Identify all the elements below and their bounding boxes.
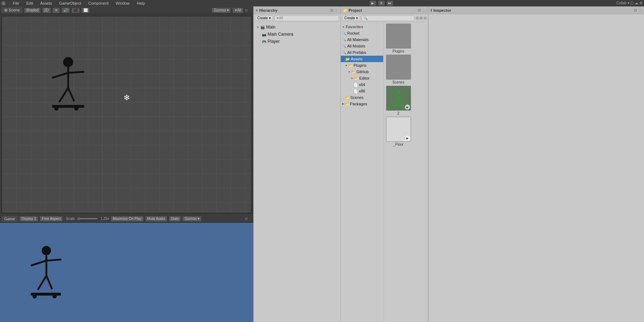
hierarchy-main-camera[interactable]: 📷 Main Camera bbox=[254, 31, 340, 38]
hierarchy-header: ≡ Hierarchy ⊟ ⋮ bbox=[254, 6, 340, 14]
fav-all-materials[interactable]: 🔍 All Materials bbox=[341, 36, 383, 43]
mute-btn[interactable]: Mute Audio bbox=[145, 216, 167, 222]
game-figure-svg bbox=[29, 241, 68, 308]
aspect-btn[interactable]: Free Aspect bbox=[40, 216, 63, 222]
pause-button[interactable]: ⏸ bbox=[378, 0, 385, 6]
asset-plugins[interactable]: Plugins bbox=[385, 24, 412, 53]
hierarchy-icon: ≡ bbox=[256, 8, 258, 12]
maximize-btn[interactable]: Maximize On Play bbox=[111, 216, 144, 222]
fav-materials-icon: 🔍 bbox=[342, 38, 346, 41]
more-icon: ⋮ bbox=[248, 8, 252, 12]
main-layout: ⊞ Scene Shaded 2D ☀ 🔊 ⬛ ⬜ Gizmos ▾ ✦All … bbox=[0, 6, 644, 322]
svg-point-8 bbox=[74, 106, 78, 111]
effects-btn[interactable]: ⬛ bbox=[71, 7, 80, 13]
editor-label: Editor bbox=[359, 76, 370, 80]
asset-floor[interactable]: ▶ _Floor bbox=[385, 117, 412, 146]
scene-tab[interactable]: ⊞ Scene bbox=[1, 7, 22, 13]
svg-point-10 bbox=[42, 246, 51, 255]
scene-figure-svg bbox=[49, 52, 91, 124]
display-btn[interactable]: Display 1 bbox=[19, 216, 38, 222]
scenes-asset-label: Scenes bbox=[392, 80, 404, 84]
fav-rocket-icon: 🔍 bbox=[342, 31, 346, 35]
lighting-btn[interactable]: ☀ bbox=[52, 7, 60, 13]
game-gizmos-btn[interactable]: Gizmos ▾ bbox=[182, 216, 202, 222]
fav-all-prefabs[interactable]: 🔍 All Prefabs bbox=[341, 49, 383, 56]
asset-scenes[interactable]: Scenes bbox=[385, 55, 412, 84]
packages-folder-icon: 📂 bbox=[345, 102, 349, 106]
sprite-2-svg bbox=[390, 89, 407, 107]
project-lock: ⊟ bbox=[418, 8, 421, 12]
step-button[interactable]: ⏭ bbox=[386, 0, 394, 6]
tree-plugins[interactable]: ▼ 📂 Plugins bbox=[341, 62, 383, 69]
tree-x86[interactable]: 📄 x86 bbox=[341, 88, 383, 94]
tree-scenes[interactable]: 📂 Scenes bbox=[341, 94, 383, 101]
camera-icon: 📷 bbox=[262, 32, 266, 36]
tree-editor[interactable]: ▼ 📂 Editor bbox=[341, 75, 383, 81]
inspector-header-controls: ⊟ ⋮ bbox=[634, 8, 642, 12]
github-arrow: ▼ bbox=[348, 71, 350, 73]
floor-play-icon: ▶ bbox=[405, 136, 410, 141]
game-canvas bbox=[0, 223, 253, 322]
svg-line-24 bbox=[399, 101, 401, 105]
hierarchy-main[interactable]: ▼ 🎬 Main bbox=[254, 24, 340, 31]
menu-file[interactable]: File bbox=[11, 1, 21, 5]
tree-packages[interactable]: ▶ 📂 Packages bbox=[341, 101, 383, 107]
game-tab[interactable]: Game bbox=[1, 216, 18, 222]
sprite-2-label: 2 bbox=[397, 111, 400, 115]
svg-line-3 bbox=[68, 72, 84, 73]
asset-sprite-2[interactable]: ▶ 2 bbox=[385, 86, 412, 115]
top-right-controls: Collab ▾ ⓘ ☁ ⚙ bbox=[617, 1, 643, 6]
tree-github[interactable]: ▼ 📂 GitHub bbox=[341, 69, 383, 75]
play-button[interactable]: ▶ bbox=[369, 0, 376, 6]
hierarchy-title: Hierarchy bbox=[259, 8, 278, 12]
2d-btn[interactable]: 2D bbox=[42, 7, 51, 13]
inspector-icon: ℹ bbox=[431, 8, 432, 12]
game-view: Game Display 1 Free Aspect Scale ⊟━━━━━━… bbox=[0, 215, 253, 322]
svg-point-7 bbox=[54, 106, 59, 111]
project-more: ⋮ bbox=[422, 8, 426, 12]
plugins-label: Plugins bbox=[354, 63, 366, 67]
project-create-btn[interactable]: Create ▾ bbox=[342, 15, 360, 21]
menu-edit[interactable]: Edit bbox=[25, 1, 35, 5]
menu-gameobject[interactable]: GameObject bbox=[58, 1, 83, 5]
hierarchy-create-btn[interactable]: Create ▾ bbox=[255, 15, 273, 21]
tree-assets[interactable]: ▼ 📂 Assets bbox=[341, 56, 383, 62]
menu-window[interactable]: Window bbox=[114, 1, 131, 5]
plugins-folder-shape bbox=[390, 30, 407, 42]
filter-btn[interactable]: ✦All bbox=[232, 7, 243, 13]
hierarchy-player-label: Player bbox=[268, 39, 280, 44]
hidden-btn[interactable]: ⬜ bbox=[81, 7, 90, 13]
scene-tab-icon: ⊞ bbox=[4, 8, 7, 12]
scale-label: Scale bbox=[66, 217, 75, 221]
menu-component[interactable]: Component bbox=[87, 1, 110, 5]
inspector-content bbox=[429, 14, 644, 322]
scale-slider[interactable]: ⊟━━━━━━━━ bbox=[77, 217, 97, 221]
fav-all-models[interactable]: 🔍 All Models bbox=[341, 43, 383, 49]
project-panel: 📁 Project ⊟ ⋮ Create ▾ ⊟ ⊞ ⊟ ▼ Favorites… bbox=[341, 6, 428, 322]
svg-line-12 bbox=[31, 261, 46, 266]
game-figure bbox=[29, 241, 68, 310]
stats-btn[interactable]: Stats bbox=[169, 216, 181, 222]
svg-line-2 bbox=[52, 73, 68, 78]
menu-help[interactable]: Help bbox=[135, 1, 146, 5]
audio-btn[interactable]: 🔊 bbox=[61, 7, 70, 13]
svg-line-23 bbox=[396, 101, 399, 105]
project-search[interactable] bbox=[361, 15, 415, 21]
game-lock-icon: ⊟ bbox=[245, 217, 248, 221]
favorites-label: Favorites bbox=[346, 25, 363, 29]
hierarchy-player[interactable]: 🎮 Player bbox=[254, 38, 340, 45]
fav-rocket[interactable]: 🔍 Rocket bbox=[341, 30, 383, 36]
hierarchy-search[interactable] bbox=[274, 15, 339, 21]
hierarchy-toolbar: Create ▾ bbox=[254, 14, 340, 22]
account-info: Collab ▾ ⓘ ☁ ⚙ bbox=[617, 1, 643, 6]
hierarchy-camera-label: Main Camera bbox=[268, 32, 293, 37]
sprite-2-thumb: ▶ bbox=[386, 86, 411, 111]
assets-folder-icon: 📂 bbox=[345, 57, 350, 61]
shading-mode-btn[interactable]: Shaded bbox=[24, 7, 40, 13]
top-menubar: ⊞ File Edit Assets GameObject Component … bbox=[0, 0, 644, 6]
menu-assets[interactable]: Assets bbox=[39, 1, 54, 5]
scene-canvas: ❄ bbox=[1, 16, 252, 213]
svg-line-13 bbox=[46, 260, 61, 261]
gizmos-btn[interactable]: Gizmos ▾ bbox=[212, 7, 231, 13]
tree-x64[interactable]: 📄 x64 bbox=[341, 81, 383, 88]
